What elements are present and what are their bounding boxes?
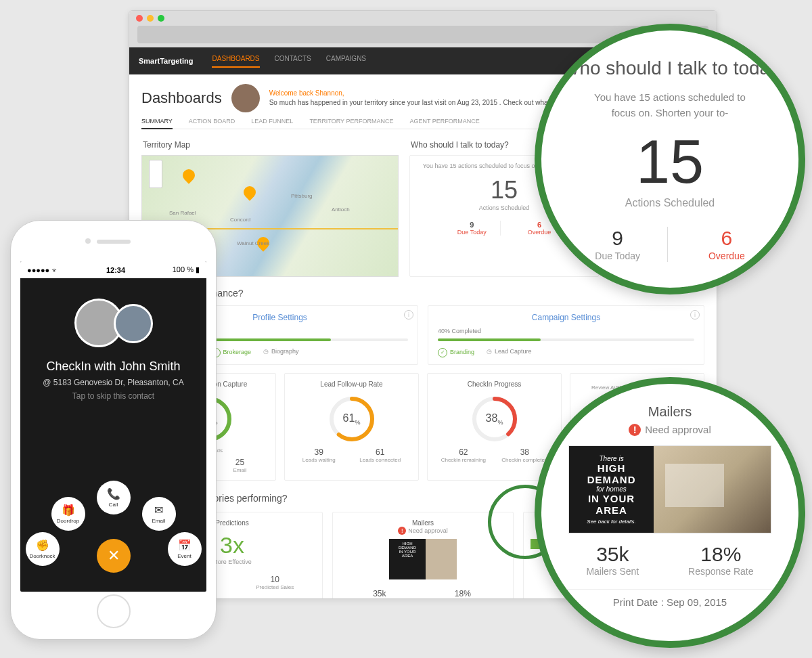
gauge-checkin: CheckIn Progress 38% 62Checkin remaining… — [427, 373, 562, 481]
event-button[interactable]: 📅Event — [168, 532, 202, 566]
tab-territory-performance[interactable]: TERRITORY PERFORMANCE — [309, 118, 393, 125]
mailer-preview[interactable]: There is HIGH DEMAND for homes IN YOUR A… — [568, 445, 771, 533]
phone-statusbar: ●●●●● ᯤ 12:34 100 % ▮ — [20, 261, 206, 278]
brand-logo[interactable]: SmartTargeting — [139, 57, 193, 65]
nav-contacts[interactable]: CONTACTS — [275, 55, 311, 68]
tab-action-board[interactable]: ACTION BOARD — [189, 118, 235, 125]
welcome-avatar — [231, 84, 260, 112]
map-pin[interactable] — [180, 167, 197, 183]
info-icon[interactable]: i — [690, 310, 700, 320]
gauge-followup: Lead Follow-up Rate 61% 39Leads waiting6… — [284, 373, 419, 481]
map-pin[interactable] — [241, 183, 258, 200]
skip-contact[interactable]: Tap to skip this contact — [34, 391, 193, 401]
magnifier-actions: Who should I talk to today? You have 15 … — [535, 24, 805, 294]
doorknock-button[interactable]: ✊Doorknock — [26, 532, 60, 566]
window-controls[interactable] — [129, 11, 717, 26]
radial-menu: ✊Doorknock 🎁Doordrop 📞Call ✉Email 📅Event… — [26, 471, 202, 579]
info-icon[interactable]: i — [404, 310, 413, 320]
email-button[interactable]: ✉Email — [142, 497, 176, 531]
doordrop-button[interactable]: 🎁Doordrop — [51, 497, 85, 531]
nav-campaigns[interactable]: CAMPAIGNS — [326, 55, 366, 68]
campaign-settings-card: i Campaign Settings 40% Completed Brandi… — [428, 305, 704, 365]
tab-summary[interactable]: SUMMARY — [141, 118, 173, 129]
magnifier-mailers: Mailers Need approval There is HIGH DEMA… — [535, 377, 805, 648]
actions-scheduled-big: 15 — [562, 127, 778, 197]
property-thumbnail — [114, 304, 153, 343]
checkin-title: CheckIn with John Smith — [34, 359, 193, 374]
page-title: Dashboards — [141, 89, 222, 107]
close-radial-button[interactable]: ✕ — [97, 539, 131, 573]
mailers-card: Mailers Need approval HIGHDEMANDIN YOURA… — [332, 512, 514, 599]
territory-map-title: Territory Map — [143, 140, 399, 150]
nav-dashboards[interactable]: DASHBOARDS — [212, 55, 259, 68]
call-button[interactable]: 📞Call — [97, 481, 131, 514]
phone-mockup: ●●●●● ᯤ 12:34 100 % ▮ CheckIn with John … — [10, 220, 217, 640]
tab-agent-performance[interactable]: AGENT PERFORMANCE — [409, 118, 479, 125]
checkin-address: @ 5183 Genovesio Dr, Pleasanton, CA — [34, 378, 193, 387]
tab-lead-funnel[interactable]: LEAD FUNNEL — [251, 118, 293, 125]
mailer-thumbnail[interactable]: HIGHDEMANDIN YOURAREA — [389, 539, 457, 579]
performance-title: How's my performance? — [141, 288, 704, 299]
